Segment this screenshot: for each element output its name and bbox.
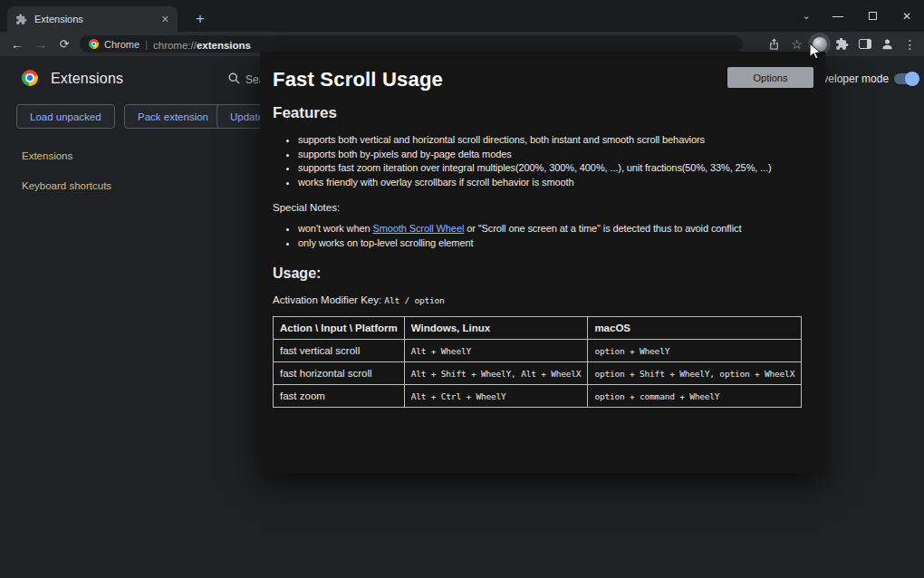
sidebar-item-extensions[interactable]: Extensions — [22, 150, 72, 161]
usage-table: Action \ Input \ Platform Windows, Linux… — [273, 316, 802, 408]
minimize-button[interactable]: — — [821, 0, 855, 32]
feature-item: supports both by-pixels and by-page delt… — [298, 148, 813, 162]
features-list: supports both vertical and horizontal sc… — [273, 133, 813, 189]
profile-avatar-icon[interactable] — [876, 33, 899, 55]
cell-windows-keys: Alt + Ctrl + WheelY — [404, 385, 588, 408]
note-item: won't work when Smooth Scroll Wheel or "… — [298, 222, 813, 236]
close-button[interactable]: ✕ — [890, 0, 924, 32]
browser-tab[interactable]: Extensions ✕ — [7, 6, 178, 32]
activation-modifier-line: Activation Modifier Key: Alt / option — [273, 294, 813, 305]
cell-action: fast vertical scroll — [274, 340, 405, 362]
url-host: extensions — [197, 40, 251, 51]
side-panel-glyph — [859, 39, 871, 49]
omnibox-url: chrome://extensions — [153, 36, 251, 53]
col-header-action: Action \ Input \ Platform — [274, 317, 405, 340]
cell-macos-keys: option + Shift + WheelY, option + WheelX — [588, 362, 802, 385]
usage-heading: Usage: — [273, 265, 813, 282]
feature-item: supports both vertical and horizontal sc… — [298, 133, 813, 148]
tab-title: Extensions — [34, 14, 154, 24]
activation-keys: Alt / option — [384, 295, 444, 305]
reload-icon[interactable]: ⟳ — [53, 32, 76, 56]
fast-scroll-popup: Options Fast Scroll Usage Features suppo… — [260, 52, 825, 474]
cell-action: fast horizontal scroll — [274, 362, 405, 385]
address-bar[interactable]: Chrome | chrome://extensions — [80, 35, 743, 53]
col-header-windows-linux: Windows, Linux — [404, 317, 588, 340]
cell-action: fast zoom — [274, 385, 405, 408]
extensions-page-logo-icon — [22, 70, 38, 86]
cell-macos-keys: option + WheelY — [588, 340, 802, 362]
forward-icon[interactable]: → — [29, 32, 53, 56]
maximize-icon — [869, 12, 877, 20]
cell-windows-keys: Alt + Shift + WheelY, Alt + WheelX — [404, 362, 588, 385]
note-text: or "Scroll one screen at a time" is dete… — [464, 223, 741, 234]
extensions-puzzle-icon[interactable] — [831, 33, 853, 55]
side-panel-icon[interactable] — [853, 33, 876, 55]
search-icon[interactable] — [227, 72, 241, 85]
col-header-macos: macOS — [588, 317, 802, 340]
cell-macos-keys: option + command + WheelY — [588, 385, 802, 408]
load-unpacked-button[interactable]: Load unpacked — [16, 104, 115, 129]
table-row: fast zoom Alt + Ctrl + WheelY option + c… — [274, 385, 802, 408]
feature-item: supports fast zoom iteration over integr… — [298, 161, 813, 176]
omnibox-divider: | — [145, 39, 148, 50]
smooth-scroll-wheel-link[interactable]: Smooth Scroll Wheel — [372, 223, 464, 234]
chrome-logo-icon — [89, 39, 99, 49]
extensions-favicon-icon — [15, 14, 27, 25]
maximize-button[interactable] — [855, 0, 890, 32]
options-button[interactable]: Options — [727, 67, 813, 88]
page-title: Extensions — [51, 71, 123, 87]
browser-window: Extensions ✕ + ⌄ — ✕ ← → ⟳ Chrome | chro… — [0, 0, 924, 578]
cell-windows-keys: Alt + WheelY — [404, 340, 588, 362]
table-row: fast horizontal scroll Alt + Shift + Whe… — [274, 362, 802, 385]
feature-item: works friendly with overlay scrollbars i… — [298, 176, 813, 190]
omnibox-app-label: Chrome — [104, 39, 140, 50]
new-tab-button[interactable]: + — [188, 7, 212, 31]
table-row: fast vertical scroll Alt + WheelY option… — [274, 340, 802, 362]
table-header-row: Action \ Input \ Platform Windows, Linux… — [274, 317, 802, 340]
back-icon[interactable]: ← — [5, 32, 29, 56]
kebab-menu-icon[interactable]: ⋮ — [899, 33, 921, 55]
tab-close-icon[interactable]: ✕ — [161, 14, 169, 24]
url-scheme: chrome:// — [153, 40, 197, 51]
notes-list: won't work when Smooth Scroll Wheel or "… — [273, 222, 813, 250]
note-item: only works on top-level scrolling elemen… — [298, 236, 813, 251]
sidebar-item-keyboard-shortcuts[interactable]: Keyboard shortcuts — [22, 180, 111, 191]
note-text: won't work when — [298, 223, 372, 234]
pack-extension-button[interactable]: Pack extension — [124, 104, 222, 129]
special-notes-heading: Special Notes: — [273, 202, 813, 213]
activation-label: Activation Modifier Key: — [273, 294, 384, 305]
window-controls: ⌄ — ✕ — [792, 0, 924, 32]
tab-search-chevron-icon[interactable]: ⌄ — [792, 0, 821, 32]
developer-mode-toggle[interactable] — [894, 73, 918, 84]
mouse-cursor — [809, 43, 822, 64]
features-heading: Features — [273, 104, 813, 122]
titlebar: Extensions ✕ + ⌄ — ✕ — [0, 0, 924, 32]
